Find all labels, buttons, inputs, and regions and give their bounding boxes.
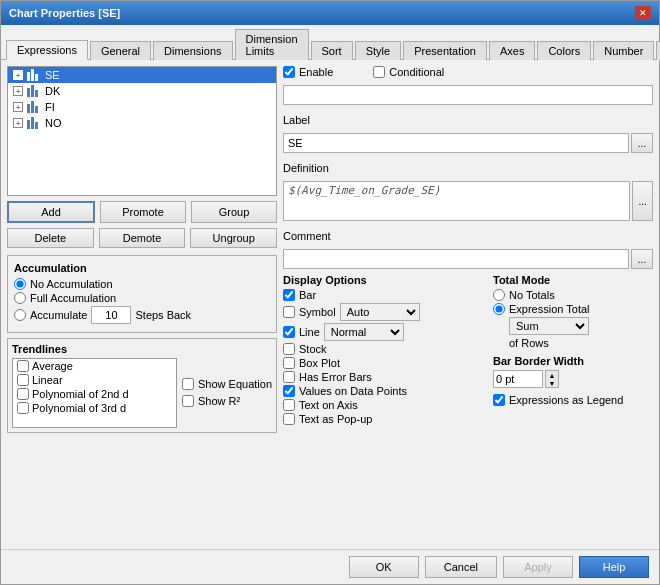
delete-button[interactable]: Delete xyxy=(7,228,94,248)
expr-item-se[interactable]: + SE xyxy=(8,67,276,83)
comment-ellipsis-btn[interactable]: ... xyxy=(631,249,653,269)
bar-row: Bar xyxy=(283,289,487,301)
apply-button[interactable]: Apply xyxy=(503,556,573,578)
close-button[interactable]: ✕ xyxy=(635,6,651,20)
label-field-label: Label xyxy=(283,114,653,126)
right-panel: Enable Conditional Label ... Definition xyxy=(283,66,653,543)
expr-item-dk[interactable]: + DK xyxy=(8,83,276,99)
text-popup-checkbox[interactable] xyxy=(283,413,295,425)
tab-font[interactable]: Font xyxy=(656,41,660,60)
tab-colors[interactable]: Colors xyxy=(537,41,591,60)
expr-item-fi[interactable]: + FI xyxy=(8,99,276,115)
label-input[interactable] xyxy=(283,133,629,153)
expr-label-fi: FI xyxy=(45,101,55,113)
accumulate-radio[interactable] xyxy=(14,309,26,321)
show-equation-label: Show Equation xyxy=(198,378,272,390)
stock-checkbox[interactable] xyxy=(283,343,295,355)
bar-border-up[interactable]: ▲ xyxy=(546,371,558,379)
error-bars-label: Has Error Bars xyxy=(299,371,372,383)
conditional-input[interactable] xyxy=(283,85,653,105)
definition-ellipsis-btn[interactable]: ... xyxy=(632,181,653,221)
trend-linear-check[interactable] xyxy=(17,374,29,386)
help-button[interactable]: Help xyxy=(579,556,649,578)
tab-dimensions[interactable]: Dimensions xyxy=(153,41,232,60)
trend-linear[interactable]: Linear xyxy=(13,373,176,387)
line-select[interactable]: Normal xyxy=(324,323,404,341)
tab-sort[interactable]: Sort xyxy=(311,41,353,60)
expression-total-label: Expression Total xyxy=(509,303,590,315)
values-row: Values on Data Points xyxy=(283,385,487,397)
lower-right: Display Options Bar Symbol Auto xyxy=(283,274,653,543)
full-accumulation-radio[interactable] xyxy=(14,292,26,304)
bar-checkbox[interactable] xyxy=(283,289,295,301)
bar-icon-fi xyxy=(27,101,41,113)
enable-check-row: Enable xyxy=(283,66,333,78)
error-bars-checkbox[interactable] xyxy=(283,371,295,383)
add-button[interactable]: Add xyxy=(7,201,95,223)
no-accumulation-row: No Accumulation xyxy=(14,278,270,290)
text-popup-label: Text as Pop-up xyxy=(299,413,372,425)
promote-button[interactable]: Promote xyxy=(100,201,186,223)
trendlines-box: Trendlines Average Linear Po xyxy=(7,338,277,433)
main-content: + SE + DK xyxy=(1,60,659,549)
expand-dk[interactable]: + xyxy=(13,86,23,96)
label-input-row: ... xyxy=(283,133,653,153)
box-plot-row: Box Plot xyxy=(283,357,487,369)
expand-se[interactable]: + xyxy=(13,70,23,80)
enable-checkbox[interactable] xyxy=(283,66,295,78)
bar-border-input[interactable] xyxy=(493,370,543,388)
text-axis-checkbox[interactable] xyxy=(283,399,295,411)
expression-total-radio[interactable] xyxy=(493,303,505,315)
symbol-select[interactable]: Auto xyxy=(340,303,420,321)
accumulate-steps-input[interactable] xyxy=(91,306,131,324)
tab-axes[interactable]: Axes xyxy=(489,41,535,60)
no-accumulation-radio[interactable] xyxy=(14,278,26,290)
demote-button[interactable]: Demote xyxy=(99,228,186,248)
expand-fi[interactable]: + xyxy=(13,102,23,112)
trend-poly2[interactable]: Polynomial of 2nd d xyxy=(13,387,176,401)
ok-button[interactable]: OK xyxy=(349,556,419,578)
of-rows-row: of Rows xyxy=(509,337,653,349)
tab-style[interactable]: Style xyxy=(355,41,401,60)
sum-select[interactable]: Sum xyxy=(509,317,589,335)
box-plot-label: Box Plot xyxy=(299,357,340,369)
comment-input[interactable] xyxy=(283,249,629,269)
conditional-checkbox[interactable] xyxy=(373,66,385,78)
expr-as-legend-checkbox[interactable] xyxy=(493,394,505,406)
trend-average-check[interactable] xyxy=(17,360,29,372)
box-plot-checkbox[interactable] xyxy=(283,357,295,369)
group-button[interactable]: Group xyxy=(191,201,277,223)
cancel-button[interactable]: Cancel xyxy=(425,556,497,578)
trend-poly3[interactable]: Polynomial of 3rd d xyxy=(13,401,176,415)
expr-label-dk: DK xyxy=(45,85,60,97)
values-checkbox[interactable] xyxy=(283,385,295,397)
expr-item-no[interactable]: + NO xyxy=(8,115,276,131)
trend-average[interactable]: Average xyxy=(13,359,176,373)
no-totals-radio[interactable] xyxy=(493,289,505,301)
expr-label-no: NO xyxy=(45,117,62,129)
symbol-row: Symbol Auto xyxy=(283,303,487,321)
trendlines-list: Average Linear Polynomial of 2nd d xyxy=(12,358,177,428)
trend-poly3-check[interactable] xyxy=(17,402,29,414)
bar-border-arrows: ▲ ▼ xyxy=(545,370,559,388)
symbol-checkbox[interactable] xyxy=(283,306,295,318)
tab-presentation[interactable]: Presentation xyxy=(403,41,487,60)
show-r2-check[interactable] xyxy=(182,395,194,407)
steps-back-label: Steps Back xyxy=(135,309,191,321)
label-ellipsis-btn[interactable]: ... xyxy=(631,133,653,153)
show-equation-check[interactable] xyxy=(182,378,194,390)
tab-general[interactable]: General xyxy=(90,41,151,60)
tab-expressions[interactable]: Expressions xyxy=(6,40,88,60)
trend-poly2-check[interactable] xyxy=(17,388,29,400)
bar-border-down[interactable]: ▼ xyxy=(546,379,558,387)
tab-dimension-limits[interactable]: Dimension Limits xyxy=(235,29,309,60)
display-options-title: Display Options xyxy=(283,274,487,286)
accumulate-row: Accumulate Steps Back xyxy=(14,306,270,324)
line-checkbox[interactable] xyxy=(283,326,295,338)
tab-number[interactable]: Number xyxy=(593,41,654,60)
ungroup-button[interactable]: Ungroup xyxy=(190,228,277,248)
conditional-input-row xyxy=(283,85,653,105)
total-mode-title: Total Mode xyxy=(493,274,653,286)
definition-input[interactable]: $(Avg_Time_on_Grade_SE) xyxy=(283,181,630,221)
expand-no[interactable]: + xyxy=(13,118,23,128)
